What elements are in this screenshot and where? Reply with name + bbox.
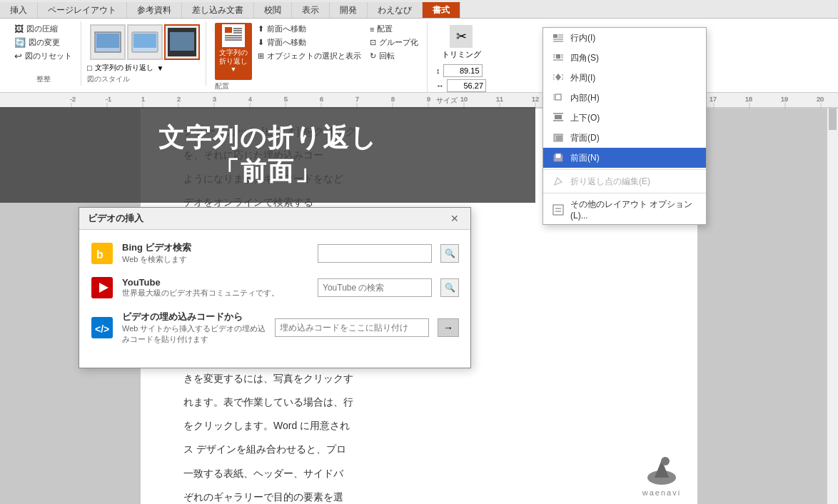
align-button[interactable]: ≡ 配置 xyxy=(367,23,421,35)
change-image-button[interactable]: 🔄 図の変更 xyxy=(11,36,75,49)
vertical-scrollbar[interactable] xyxy=(827,107,838,504)
height-input[interactable] xyxy=(443,64,483,77)
width-input[interactable] xyxy=(447,79,486,92)
back-icon: ⬇ xyxy=(258,38,264,47)
wrap-icon xyxy=(222,24,245,47)
page-line-11: ぞれのギャラリーで目的の要素を選 xyxy=(183,488,655,504)
trim-button[interactable]: ✂ トリミング xyxy=(436,23,486,62)
dialog-body: b Bing ビデオ検索 Web を検索します 🔍 YouTube xyxy=(79,230,470,368)
compress-icon: 🖼 xyxy=(14,24,24,34)
adjust-group-title: 整整 xyxy=(36,73,51,84)
embed-row: </> ビデオの埋め込みコードから Web サイトから挿入するビデオの埋め込みコ… xyxy=(91,311,459,345)
dialog-close-button[interactable]: ✕ xyxy=(448,213,462,224)
menu-item-behind[interactable]: 背面(D) xyxy=(543,128,706,148)
compress-button[interactable]: 🖼 図の圧縮 xyxy=(11,23,75,35)
tab-review[interactable]: 校閲 xyxy=(254,2,292,18)
svg-point-61 xyxy=(661,457,670,465)
embed-desc: Web サイトから挿入するビデオの埋め込みコードを貼り付けます xyxy=(122,323,266,345)
tab-page-layout[interactable]: ページレイアウト xyxy=(38,2,127,18)
svg-rect-91 xyxy=(553,205,563,215)
align-icon: ≡ xyxy=(370,25,374,34)
tab-format[interactable]: 書式 xyxy=(423,2,460,18)
svg-rect-67 xyxy=(556,54,560,59)
svg-rect-90 xyxy=(555,153,561,158)
svg-text:</>: </> xyxy=(95,323,109,335)
bring-front-button[interactable]: ⬆ 前面へ移動 xyxy=(255,23,364,35)
svg-text:12: 12 xyxy=(532,96,539,103)
embed-info: ビデオの埋め込みコードから Web サイトから挿入するビデオの埋め込みコードを貼… xyxy=(122,311,266,345)
ribbon-group-arrange: 文字列の折り返し ▼ ⬆ 前面へ移動 ⬇ 背面へ移動 ⊞ オブジェクトの xyxy=(209,21,428,93)
reset-image-button[interactable]: ↩ 図のリセット xyxy=(11,50,75,62)
menu-item-topbottom[interactable]: 上下(O) xyxy=(543,108,706,128)
youtube-row: YouTube 世界最大級のビデオ共有コミュニティです。 🔍 xyxy=(91,276,459,299)
watermark: waenavi xyxy=(640,453,683,497)
embed-arrow-icon: → xyxy=(443,322,453,333)
trim-icon: ✂ xyxy=(450,25,473,48)
svg-marker-73 xyxy=(555,74,561,81)
embed-icon: </> xyxy=(91,316,113,339)
tab-mailings[interactable]: 差し込み文書 xyxy=(182,2,254,18)
tab-references[interactable]: 参考資料 xyxy=(127,2,182,18)
arrange-group-title: 配置 xyxy=(215,80,421,91)
tab-view[interactable]: 表示 xyxy=(292,2,330,18)
menu-item-front[interactable]: 前面(N) xyxy=(543,148,706,168)
menu-item-inline[interactable]: 行内(I) xyxy=(543,28,706,48)
svg-text:17: 17 xyxy=(710,96,717,103)
group-button[interactable]: ⊡ グループ化 xyxy=(367,36,421,49)
youtube-search-input[interactable] xyxy=(318,278,432,297)
svg-text:7: 7 xyxy=(355,96,359,103)
menu-item-through[interactable]: 内部(H) xyxy=(543,88,706,108)
svg-rect-3 xyxy=(133,34,156,48)
width-input-row: ↔ xyxy=(436,79,486,92)
tab-waenavi[interactable]: わえなび xyxy=(368,2,423,18)
bing-name: Bing ビデオ検索 xyxy=(122,241,309,254)
menu-item-layout-options-label: その他のレイアウト オプション(L)... xyxy=(570,198,697,221)
bing-search-button[interactable]: 🔍 xyxy=(440,244,459,263)
menu-item-edit-wrap: 折り返し点の編集(E) xyxy=(543,171,706,191)
bing-search-input[interactable] xyxy=(318,244,432,263)
layout-options-icon xyxy=(552,203,565,216)
youtube-search-button[interactable]: 🔍 xyxy=(440,278,459,297)
embed-insert-button[interactable]: → xyxy=(438,318,459,337)
svg-text:-1: -1 xyxy=(106,96,111,103)
page-line-6: きを変更するには、写真をクリックす xyxy=(183,370,655,388)
styles-group-title: 図のスタイル xyxy=(87,73,203,84)
bing-info: Bing ビデオ検索 Web を検索します xyxy=(122,241,309,265)
bing-desc: Web を検索します xyxy=(122,254,309,265)
change-icon: 🔄 xyxy=(14,37,26,48)
tab-developer[interactable]: 開発 xyxy=(330,2,368,18)
svg-text:19: 19 xyxy=(781,96,788,103)
wrap-inline-icon xyxy=(552,31,565,44)
menu-item-through-label: 内部(H) xyxy=(570,92,600,104)
page-line-9: ス デザインを組み合わせると、プロ xyxy=(183,440,655,458)
wrap-front-icon xyxy=(552,151,565,164)
menu-item-square[interactable]: 四角(S) xyxy=(543,48,706,68)
svg-text:1: 1 xyxy=(141,96,145,103)
menu-item-tight[interactable]: 外周(I) xyxy=(543,68,706,88)
style-thumb-2[interactable] xyxy=(127,24,163,60)
style-thumb-3[interactable] xyxy=(164,24,200,60)
height-input-row: ↕ xyxy=(436,64,486,77)
embed-code-input[interactable] xyxy=(275,318,429,337)
wrap-text-button[interactable]: 文字列の折り返し ▼ xyxy=(215,23,252,80)
tab-insert[interactable]: 挿入 xyxy=(0,2,38,18)
overlay-main-text: 文字列の折り返し「前面」 xyxy=(7,121,528,188)
dropdown-chevron-icon[interactable]: ▼ xyxy=(156,64,163,72)
svg-text:8: 8 xyxy=(391,96,395,103)
svg-text:18: 18 xyxy=(745,96,752,103)
send-back-button[interactable]: ⬇ 背面へ移動 xyxy=(255,36,364,49)
wrap-dropdown-icon[interactable]: ▼ xyxy=(231,66,237,73)
scrollbar-thumb[interactable] xyxy=(829,109,837,130)
svg-rect-1 xyxy=(96,34,119,48)
menu-item-front-label: 前面(N) xyxy=(570,152,600,164)
front-icon: ⬆ xyxy=(258,24,264,34)
menu-separator-1 xyxy=(543,169,706,170)
rotate-button[interactable]: ↻ 回転 xyxy=(367,50,421,62)
rotate-icon: ↻ xyxy=(370,51,376,61)
reset-icon: ↩ xyxy=(14,51,22,61)
menu-item-layout-options[interactable]: その他のレイアウト オプション(L)... xyxy=(543,195,706,224)
svg-text:3: 3 xyxy=(213,96,216,103)
svg-text:11: 11 xyxy=(496,96,503,103)
select-objects-button[interactable]: ⊞ オブジェクトの選択と表示 xyxy=(255,50,364,62)
style-thumb-1[interactable] xyxy=(90,24,126,60)
